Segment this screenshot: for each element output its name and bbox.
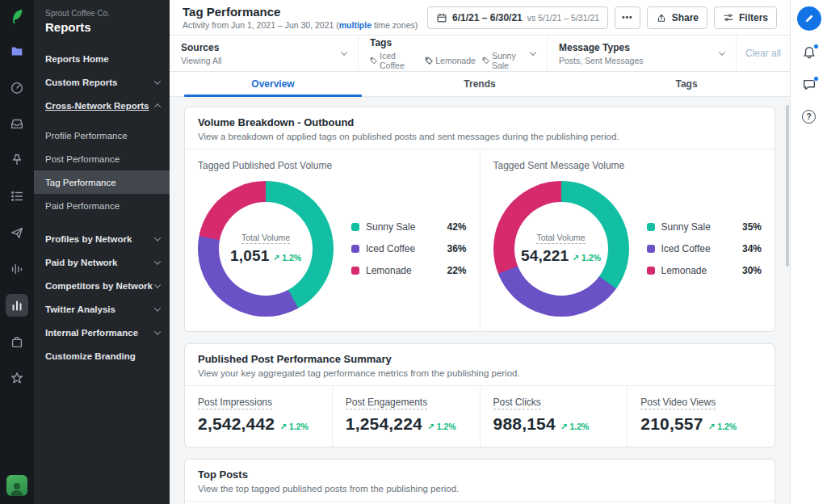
sidebar-item-twitter-analysis[interactable]: Twitter Analysis [34,297,170,321]
filter-bar: Sources Viewing All Tags Iced Coffee Lem… [170,36,790,72]
sidebar-item-paid-by-network[interactable]: Paid by Network [34,250,170,274]
sidebar-item-label: Cross-Network Reports [45,101,149,111]
tag-chip: Lemonade [425,56,476,65]
tag-chip: Sunny Sale [482,51,531,70]
sidebar-item-custom-reports[interactable]: Custom Reports [34,70,170,94]
main-content: Tag Performance Activity from Jun 1, 202… [170,0,790,504]
sidebar-item-internal-performance[interactable]: Internal Performance [34,321,170,344]
card-title: Published Post Performance Summary [198,353,762,365]
timezone-link[interactable]: multiple [339,20,372,30]
total-volume-value: 54,221 [521,247,569,265]
legend-item: Iced Coffee 34% [647,243,762,254]
sidebar-item-label: Tag Performance [45,178,116,187]
chevron-down-icon [719,48,725,55]
analytics-icon[interactable] [6,294,28,317]
message-types-filter-dropdown[interactable]: Message Types Posts, Sent Messages [548,36,737,71]
sidebar-item-label: Profile Performance [45,131,128,141]
clear-all-button[interactable]: Clear all [737,36,790,71]
chevron-down-icon [154,328,161,334]
user-avatar[interactable] [6,475,27,496]
pin-icon[interactable] [6,149,28,171]
delta-badge: ↗ 1.2% [279,422,309,431]
sidebar-item-customize-branding[interactable]: Customize Branding [34,344,170,368]
metric-post-engagements: Post Engagements 1,254,224 ↗ 1.2% [333,386,481,447]
sidebar-item-reports-home[interactable]: Reports Home [34,47,170,70]
ellipsis-icon: ••• [622,13,633,22]
card-description: View the top tagged published posts from… [198,484,762,494]
tab-overview[interactable]: Overview [170,72,376,96]
legend-swatch [647,267,655,275]
list-icon[interactable] [6,185,28,208]
help-button[interactable]: ? [802,110,816,124]
listening-icon[interactable] [6,258,28,280]
org-name: Sprout Coffee Co. [45,9,158,18]
tab-tags[interactable]: Tags [583,72,790,96]
tags-filter-dropdown[interactable]: Tags Iced Coffee Lemonade Sunny Sale [359,36,548,71]
tag-icon [482,57,489,65]
chart-title: Tagged Sent Message Volume [493,160,762,171]
scrollbar[interactable] [786,105,789,267]
metric-post-impressions: Post Impressions 2,542,442 ↗ 1.2% [185,386,333,447]
sources-filter-dropdown[interactable]: Sources Viewing All [170,36,359,71]
sidebar-item-label: Twitter Analysis [45,304,115,314]
messages-button[interactable] [802,78,817,95]
chart-legend: Sunny Sale 42% Iced Coffee 36% Lemonade [351,221,467,276]
chart-legend: Sunny Sale 35% Iced Coffee 34% Lemonade [647,221,762,276]
metric-post-clicks: Post Clicks 988,154 ↗ 1.2% [481,386,628,447]
metric-post-video-views: Post Video Views 210,557 ↗ 1.2% [628,386,775,447]
sidebar-item-label: Customize Branding [45,351,136,361]
date-range-button[interactable]: 6/1/21 – 6/30/21 vs 5/1/21 – 5/31/21 [427,6,608,29]
sidebar-item-profiles-by-network[interactable]: Profiles by Network [34,227,170,250]
card-description: View a breakdown of applied tags on publ… [198,132,762,141]
legend-swatch [351,267,359,275]
chevron-down-icon [154,234,161,241]
star-icon[interactable] [6,367,28,389]
legend-swatch [351,223,359,231]
more-button[interactable]: ••• [615,6,640,29]
sidebar-title: Reports [45,20,158,34]
sidebar-item-label: Paid Performance [45,201,120,211]
sidebar-item-profile-performance[interactable]: Profile Performance [34,124,170,147]
card-title: Top Posts [198,468,762,481]
pencil-icon [804,13,815,24]
notification-dot [813,44,819,49]
total-volume-label: Total Volume [241,233,290,244]
filters-button[interactable]: Filters [714,6,777,29]
sidebar-item-post-performance[interactable]: Post Performance [34,147,170,170]
total-volume-value: 1,051 [230,247,270,265]
legend-item: Iced Coffee 36% [351,243,467,254]
sidebar-item-label: Post Performance [45,154,120,164]
tag-icon [370,57,377,65]
app-icon-rail [0,0,34,504]
top-posts-card: Top Posts View the top tagged published … [184,459,775,504]
delta-badge: ↗ 1.2% [272,253,301,262]
sidebar-item-paid-performance[interactable]: Paid Performance [34,194,170,217]
tab-trends[interactable]: Trends [376,72,583,96]
calendar-icon [436,12,447,23]
publishing-icon[interactable] [6,221,28,244]
compose-button[interactable] [797,6,821,31]
dashboard-icon[interactable] [6,76,28,99]
legend-swatch [647,223,655,231]
utility-rail: ? [790,0,827,504]
sidebar-item-label: Competitors by Network [45,281,153,291]
commerce-icon[interactable] [6,330,28,353]
legend-item: Lemonade 30% [647,265,762,276]
card-title: Volume Breakdown - Outbound [198,116,762,128]
legend-swatch [351,245,359,253]
share-button[interactable]: Share [647,6,707,29]
reports-icon[interactable] [6,40,28,62]
sidebar-item-label: Paid by Network [45,258,117,267]
share-icon [656,12,667,23]
sprout-logo-icon[interactable] [8,7,26,25]
page-subtitle: Activity from Jun 1, 2021 – Jun 30, 2021… [183,20,418,30]
legend-item: Lemonade 22% [351,265,467,276]
notifications-button[interactable] [802,45,817,63]
sidebar-item-competitors-by-network[interactable]: Competitors by Network [34,274,170,297]
sidebar-item-tag-performance[interactable]: Tag Performance [34,170,170,194]
delta-badge: ↗ 1.2% [572,253,601,262]
chart-title: Tagged Published Post Volume [198,160,467,171]
volume-breakdown-card: Volume Breakdown - Outbound View a break… [184,107,775,332]
sidebar-item-cross-network-reports[interactable]: Cross-Network Reports [34,94,170,117]
inbox-icon[interactable] [6,112,28,135]
